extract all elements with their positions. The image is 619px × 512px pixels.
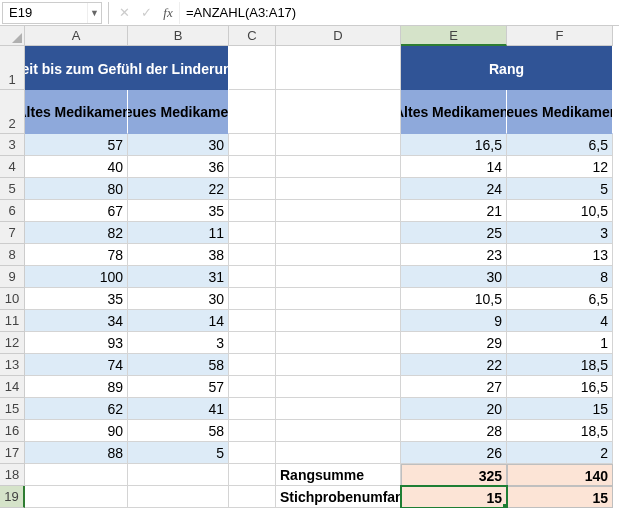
cell-A18[interactable] [25,464,128,486]
cell-F17[interactable]: 2 [507,442,613,464]
cell-F9[interactable]: 8 [507,266,613,288]
cell-C5[interactable] [229,178,276,200]
confirm-icon[interactable]: ✓ [135,2,157,24]
cell-C16[interactable] [229,420,276,442]
row-header-3[interactable]: 3 [0,134,25,156]
cell-B15[interactable]: 41 [128,398,229,420]
cell-E15[interactable]: 20 [401,398,507,420]
cell-D11[interactable] [276,310,401,332]
cell-B3[interactable]: 30 [128,134,229,156]
cell-A17[interactable]: 88 [25,442,128,464]
formula-input[interactable]: =ANZAHL(A3:A17) [179,2,619,24]
cell-D18[interactable]: Rangsumme [276,464,401,486]
cell-B18[interactable] [128,464,229,486]
cell-B8[interactable]: 38 [128,244,229,266]
cell-D16[interactable] [276,420,401,442]
cell-F6[interactable]: 10,5 [507,200,613,222]
row-header-8[interactable]: 8 [0,244,25,266]
row-header-12[interactable]: 12 [0,332,25,354]
row-header-1[interactable]: 1 [0,46,25,90]
cell-F11[interactable]: 4 [507,310,613,332]
cell-F8[interactable]: 13 [507,244,613,266]
cell-D10[interactable] [276,288,401,310]
cell-C11[interactable] [229,310,276,332]
cell-C8[interactable] [229,244,276,266]
select-all-corner[interactable] [0,26,25,46]
cell-A12[interactable]: 93 [25,332,128,354]
cell-E6[interactable]: 21 [401,200,507,222]
cell-E13[interactable]: 22 [401,354,507,376]
cell-A5[interactable]: 80 [25,178,128,200]
cell-A11[interactable]: 34 [25,310,128,332]
cell-A19[interactable] [25,486,128,508]
cell-C15[interactable] [229,398,276,420]
cell-D6[interactable] [276,200,401,222]
cell-C18[interactable] [229,464,276,486]
cell-B6[interactable]: 35 [128,200,229,222]
cell-B4[interactable]: 36 [128,156,229,178]
cell-F15[interactable]: 15 [507,398,613,420]
row-header-15[interactable]: 15 [0,398,25,420]
cell-A4[interactable]: 40 [25,156,128,178]
cell-D3[interactable] [276,134,401,156]
cell-E5[interactable]: 24 [401,178,507,200]
cell-C12[interactable] [229,332,276,354]
cell-D15[interactable] [276,398,401,420]
col-header-A[interactable]: A [25,26,128,46]
cell-C6[interactable] [229,200,276,222]
row-header-17[interactable]: 17 [0,442,25,464]
cell-A3[interactable]: 57 [25,134,128,156]
row-header-19[interactable]: 19 [0,486,25,508]
cell-B14[interactable]: 57 [128,376,229,398]
row-header-14[interactable]: 14 [0,376,25,398]
cell-E4[interactable]: 14 [401,156,507,178]
row-header-18[interactable]: 18 [0,464,25,486]
cell-D14[interactable] [276,376,401,398]
col-header-F[interactable]: F [507,26,613,46]
cell-F19[interactable]: 15 [507,486,613,508]
cell-B11[interactable]: 14 [128,310,229,332]
cell-A8[interactable]: 78 [25,244,128,266]
cell-C13[interactable] [229,354,276,376]
cell-A15[interactable]: 62 [25,398,128,420]
row-header-4[interactable]: 4 [0,156,25,178]
cell-E3[interactable]: 16,5 [401,134,507,156]
row-header-6[interactable]: 6 [0,200,25,222]
cell-E7[interactable]: 25 [401,222,507,244]
cell-F7[interactable]: 3 [507,222,613,244]
chevron-down-icon[interactable]: ▼ [87,3,101,23]
row-header-13[interactable]: 13 [0,354,25,376]
cell-C1[interactable] [229,46,276,90]
cell-D1[interactable] [276,46,401,90]
cell-D2[interactable] [276,90,401,134]
cell-E9[interactable]: 30 [401,266,507,288]
cell-A13[interactable]: 74 [25,354,128,376]
cell-F18[interactable]: 140 [507,464,613,486]
cell-C14[interactable] [229,376,276,398]
col-header-E[interactable]: E [401,26,507,46]
cell-D7[interactable] [276,222,401,244]
cell-F13[interactable]: 18,5 [507,354,613,376]
cell-C10[interactable] [229,288,276,310]
cell-C7[interactable] [229,222,276,244]
cell-B9[interactable]: 31 [128,266,229,288]
cell-E16[interactable]: 28 [401,420,507,442]
cell-B7[interactable]: 11 [128,222,229,244]
cell-F16[interactable]: 18,5 [507,420,613,442]
cell-A14[interactable]: 89 [25,376,128,398]
cell-F3[interactable]: 6,5 [507,134,613,156]
cell-D5[interactable] [276,178,401,200]
cell-F12[interactable]: 1 [507,332,613,354]
cell-D4[interactable] [276,156,401,178]
cell-C4[interactable] [229,156,276,178]
col-header-D[interactable]: D [276,26,401,46]
cell-B13[interactable]: 58 [128,354,229,376]
cell-A7[interactable]: 82 [25,222,128,244]
cell-A9[interactable]: 100 [25,266,128,288]
cell-D17[interactable] [276,442,401,464]
cell-E18[interactable]: 325 [401,464,507,486]
row-header-16[interactable]: 16 [0,420,25,442]
cell-D12[interactable] [276,332,401,354]
cell-C3[interactable] [229,134,276,156]
row-header-2[interactable]: 2 [0,90,25,134]
